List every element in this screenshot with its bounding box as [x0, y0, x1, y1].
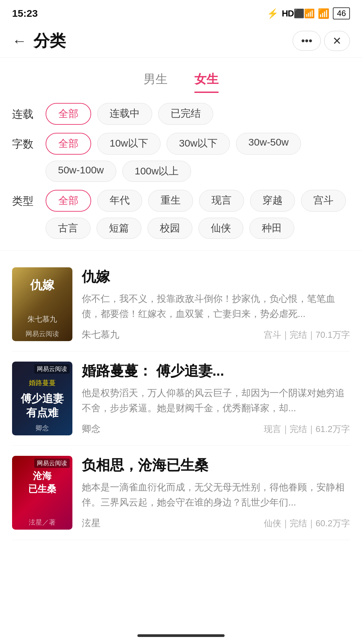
filter-tags-genre: 全部 年代 重生 现言 穿越 宫斗 古言 短篇 校园 仙侠 种田 [46, 190, 350, 239]
filter-tag-wc-10w[interactable]: 10w以下 [97, 133, 161, 155]
wifi-icon: 📶 [318, 8, 329, 19]
cover-main: 沧海已生桑 [12, 469, 72, 495]
book-info: 婚路蔓蔓： 傅少追妻... 他是权势滔天，万人仰慕的风云巨子，却因为一个阴谋对她… [82, 362, 350, 435]
home-indicator [137, 634, 225, 637]
filter-label-serial: 连载 [12, 103, 39, 122]
book-cover: 仇嫁 朱七慕九 网易云阅读 [12, 267, 72, 341]
header: ← 分类 ••• ✕ [0, 24, 362, 58]
bluetooth-icon: ⚡ [267, 8, 279, 19]
close-button[interactable]: ✕ [324, 31, 350, 51]
book-tags: 仙侠｜完结｜60.2万字 [264, 518, 350, 529]
filter-tag-genre-duanpian[interactable]: 短篇 [97, 218, 141, 239]
list-item[interactable]: 网易云阅读 婚路蔓蔓 傅少追妻有点难 卿念 婚路蔓蔓： 傅少追妻... 他是权势… [12, 352, 350, 446]
filter-row-wordcount: 字数 全部 10w以下 30w以下 30w-50w 50w-100w 100w以… [12, 133, 350, 182]
book-info: 负相思，沧海已生桑 她本是一滴雀血衍化而成，无父无母无性别，得他眷顾，安静相伴。… [82, 456, 350, 530]
book-meta: 卿念 现言｜完结｜61.2万字 [82, 423, 350, 435]
status-time: 15:23 [12, 8, 38, 19]
tab-female[interactable]: 女生 [194, 71, 219, 93]
filter-tag-wc-all[interactable]: 全部 [46, 133, 91, 155]
status-icons: ⚡ HD⬛📶 📶 46 [267, 7, 350, 19]
filter-tag-wc-100w[interactable]: 100w以上 [122, 161, 191, 182]
back-button[interactable]: ← [12, 33, 34, 49]
gender-tabs: 男生 女生 [0, 58, 362, 100]
book-title: 仇嫁 [82, 267, 350, 286]
filter-tag-genre-gongdou[interactable]: 宫斗 [301, 190, 346, 212]
filter-tag-genre-xiandai[interactable]: 现言 [199, 190, 244, 212]
page-title: 分类 [34, 30, 293, 52]
filter-tag-wc-50-100w[interactable]: 50w-100w [46, 161, 116, 182]
cover-subtitle: 婚路蔓蔓 [12, 378, 72, 387]
book-author: 朱七慕九 [82, 328, 119, 341]
book-title: 婚路蔓蔓： 傅少追妻... [82, 362, 350, 380]
status-bar: 15:23 ⚡ HD⬛📶 📶 46 [0, 0, 362, 24]
filter-tag-serial-finished[interactable]: 已完结 [158, 103, 213, 125]
filter-label-wordcount: 字数 [12, 133, 39, 152]
filter-tag-genre-all[interactable]: 全部 [46, 190, 91, 212]
filter-tag-wc-30-50w[interactable]: 30w-50w [236, 133, 301, 155]
book-tags: 宫斗｜完结｜70.1万字 [264, 329, 350, 341]
cover-badge: 网易云阅读 [34, 459, 70, 468]
cover-publisher: 泫星／著 [12, 518, 72, 527]
filter-tag-genre-chuanyue[interactable]: 穿越 [250, 190, 295, 212]
book-tags: 现言｜完结｜61.2万字 [264, 423, 350, 435]
signal-icon: HD⬛📶 [282, 8, 315, 19]
book-title: 负相思，沧海已生桑 [82, 456, 350, 475]
book-description: 你不仁，我不义，投靠政敌斗倒你！抄家仇，负心恨，笔笔血债，都要偿！红嫁衣，血双鬟… [82, 291, 350, 322]
filter-row-serial: 连载 全部 连载中 已完结 [12, 103, 350, 125]
book-author: 泫星 [82, 517, 101, 530]
book-meta: 朱七慕九 宫斗｜完结｜70.1万字 [82, 328, 350, 341]
filter-tag-genre-xiaoyuan[interactable]: 校园 [147, 218, 192, 239]
filter-row-genre: 类型 全部 年代 重生 现言 穿越 宫斗 古言 短篇 校园 仙侠 种田 [12, 190, 350, 239]
filter-label-genre: 类型 [12, 190, 39, 209]
tab-male[interactable]: 男生 [143, 71, 168, 93]
book-description: 他是权势滔天，万人仰慕的风云巨子，却因为一个阴谋对她穷追不舍，步步紧逼。她是财阀… [82, 386, 350, 416]
header-actions: ••• ✕ [293, 31, 350, 51]
filter-tag-genre-guyan[interactable]: 古言 [46, 218, 90, 239]
book-author: 卿念 [82, 423, 101, 435]
book-info: 仇嫁 你不仁，我不义，投靠政敌斗倒你！抄家仇，负心恨，笔笔血债，都要偿！红嫁衣，… [82, 267, 350, 341]
list-item[interactable]: 仇嫁 朱七慕九 网易云阅读 仇嫁 你不仁，我不义，投靠政敌斗倒你！抄家仇，负心恨… [12, 257, 350, 352]
filter-tag-serial-ongoing[interactable]: 连载中 [97, 103, 152, 125]
filter-section: 连载 全部 连载中 已完结 字数 全部 10w以下 30w以下 30w-50w … [0, 100, 362, 251]
book-cover: 网易云阅读 婚路蔓蔓 傅少追妻有点难 卿念 [12, 362, 72, 435]
book-meta: 泫星 仙侠｜完结｜60.2万字 [82, 517, 350, 530]
book-list: 仇嫁 朱七慕九 网易云阅读 仇嫁 你不仁，我不义，投靠政敌斗倒你！抄家仇，负心恨… [0, 251, 362, 547]
more-button[interactable]: ••• [293, 31, 321, 51]
cover-publisher: 卿念 [12, 424, 72, 433]
filter-tag-genre-xianxia[interactable]: 仙侠 [198, 218, 243, 239]
list-item[interactable]: 网易云阅读 沧海已生桑 泫星／著 负相思，沧海已生桑 她本是一滴雀血衍化而成，无… [12, 446, 350, 540]
filter-tag-genre-niandai[interactable]: 年代 [97, 190, 142, 212]
filter-tag-serial-all[interactable]: 全部 [46, 103, 91, 125]
battery-icon: 46 [333, 7, 350, 19]
cover-main: 傅少追妻有点难 [12, 392, 72, 420]
book-cover: 网易云阅读 沧海已生桑 泫星／著 [12, 456, 72, 530]
filter-tag-wc-30w[interactable]: 30w以下 [167, 133, 230, 155]
cover-publisher: 网易云阅读 [12, 329, 72, 338]
filter-tag-genre-chongsheng[interactable]: 重生 [148, 190, 193, 212]
cover-badge: 网易云阅读 [34, 364, 70, 374]
bottom-bar [0, 627, 362, 644]
book-description: 她本是一滴雀血衍化而成，无父无母无性别，得他眷顾，安静相伴。三界风云起，她会守在… [82, 480, 350, 510]
filter-tags-serial: 全部 连载中 已完结 [46, 103, 350, 125]
cover-title-text: 仇嫁 [15, 277, 69, 293]
filter-tags-wordcount: 全部 10w以下 30w以下 30w-50w 50w-100w 100w以上 [46, 133, 350, 182]
filter-tag-genre-zhongtian[interactable]: 种田 [249, 218, 294, 239]
